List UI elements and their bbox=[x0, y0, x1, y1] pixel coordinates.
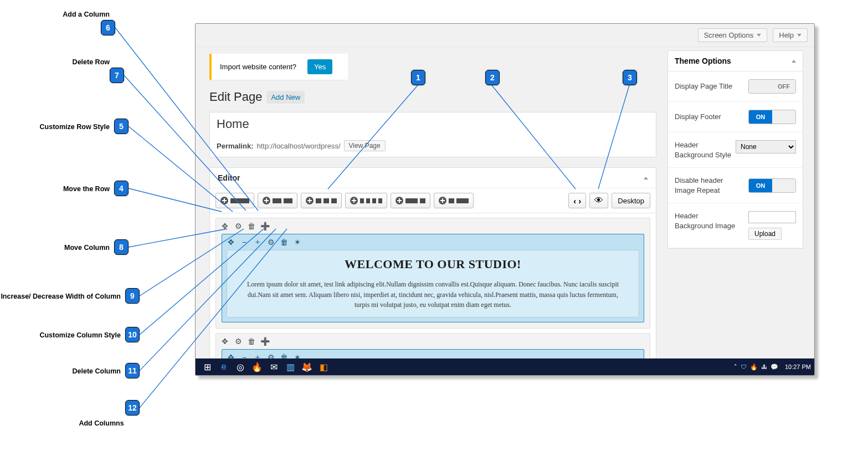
plus-circle-icon bbox=[350, 197, 358, 204]
tray-notifications-icon[interactable]: 💬 bbox=[771, 363, 778, 371]
column-content[interactable]: WELCOME TO OUR STUDIO! Lorem ipsum dolor… bbox=[227, 250, 639, 317]
add-row-1col-button[interactable] bbox=[215, 193, 254, 208]
edit-source-button[interactable]: ‹ › bbox=[568, 193, 586, 208]
callout-badge-8: 8 bbox=[114, 239, 129, 255]
callout-badge-6: 6 bbox=[101, 20, 115, 35]
callout-badge-12: 12 bbox=[125, 400, 140, 416]
row-settings-icon[interactable]: ⚙ bbox=[234, 337, 243, 346]
main-column: Import website content? Yes Edit Page Ad… bbox=[209, 47, 656, 375]
callout-label-11: Delete Column bbox=[27, 367, 121, 375]
xampp-icon[interactable]: ◧ bbox=[315, 358, 332, 375]
view-page-button[interactable]: View Page bbox=[344, 140, 386, 151]
plus-circle-icon bbox=[306, 197, 314, 204]
callout-label-12: Add Columns bbox=[65, 419, 137, 427]
move-row-icon[interactable]: ✥ bbox=[220, 337, 229, 346]
add-row-4col-button[interactable] bbox=[345, 193, 387, 208]
delete-row-icon[interactable]: 🗑 bbox=[247, 337, 256, 346]
page-title: Edit Page bbox=[209, 90, 262, 104]
editor-panel-title: Editor bbox=[218, 173, 240, 182]
column-controls: ✥ − ＋ ⚙ 🗑 ✶ bbox=[222, 234, 644, 250]
tray-network-icon[interactable]: 🖧 bbox=[761, 363, 767, 370]
import-yes-button[interactable]: Yes bbox=[307, 59, 332, 74]
windows-taskbar: ⊞ e ◎ 🔥 ✉ ▥ 🦊 ◧ ˄ 🛡 🔥 🖧 💬 10:27 PM bbox=[196, 358, 814, 375]
start-icon[interactable]: ⊞ bbox=[199, 358, 215, 375]
side-column: Theme Options Display Page Title OFF Dis… bbox=[667, 47, 803, 375]
chevron-down-icon bbox=[797, 34, 802, 37]
theme-options-title: Theme Options bbox=[675, 57, 731, 65]
move-row-icon[interactable]: ✥ bbox=[220, 222, 229, 230]
plus-circle-icon bbox=[396, 197, 403, 204]
row-controls: ✥ ⚙ 🗑 ➕ bbox=[216, 334, 650, 349]
chevron-up-icon[interactable] bbox=[792, 60, 796, 63]
code-icon: ‹ › bbox=[573, 196, 581, 206]
row-settings-icon[interactable]: ⚙ bbox=[234, 222, 243, 230]
toggle-display-page-title[interactable]: OFF bbox=[748, 79, 796, 94]
wp-admin-window: Screen Options Help Import website conte… bbox=[195, 23, 815, 376]
callout-badge-11: 11 bbox=[125, 363, 140, 378]
tray-security-icon[interactable]: 🛡 bbox=[741, 363, 747, 370]
add-column-icon[interactable]: ➕ bbox=[260, 337, 269, 346]
permalink-url: http://localhost/wordpress/ bbox=[256, 142, 340, 150]
callout-badge-7: 7 bbox=[110, 68, 124, 83]
permalink-label: Permalink: bbox=[217, 142, 253, 150]
move-column-icon[interactable]: ✥ bbox=[227, 238, 235, 247]
opt-header-bg-image: Header Background Image bbox=[675, 211, 736, 230]
callout-badge-5: 5 bbox=[114, 119, 129, 134]
chevron-up-icon[interactable] bbox=[644, 177, 648, 180]
firefox-icon[interactable]: 🦊 bbox=[299, 358, 315, 375]
delete-row-icon[interactable]: 🗑 bbox=[247, 222, 256, 230]
toggle-display-footer[interactable]: ON bbox=[748, 110, 796, 124]
add-new-button[interactable]: Add New bbox=[266, 91, 305, 104]
plus-circle-icon bbox=[439, 197, 446, 204]
screen-options-button[interactable]: Screen Options bbox=[698, 28, 768, 42]
builder-column: ✥ − ＋ ⚙ 🗑 ✶ WELCOME TO OUR STUDIO! Lorem… bbox=[222, 234, 644, 322]
decrease-column-icon[interactable]: − bbox=[240, 238, 249, 247]
editor-panel: Editor bbox=[209, 167, 656, 375]
opt-display-footer: Display Footer bbox=[675, 112, 721, 122]
preview-button[interactable]: 👁 bbox=[589, 193, 608, 208]
callout-badge-4: 4 bbox=[114, 181, 129, 196]
editor-toolbar: ‹ › 👁 Desktop bbox=[210, 188, 656, 213]
import-notice-text: Import website content? bbox=[220, 63, 296, 71]
add-row-left-wide-button[interactable] bbox=[391, 193, 430, 208]
row-controls: ✥ ⚙ 🗑 ➕ bbox=[216, 218, 650, 234]
plus-circle-icon bbox=[220, 197, 228, 204]
header-bg-image-field[interactable] bbox=[748, 211, 796, 223]
add-row-2col-button[interactable] bbox=[258, 193, 297, 208]
import-notice: Import website content? Yes bbox=[209, 54, 348, 80]
toggle-disable-header-img-repeat[interactable]: ON bbox=[748, 178, 796, 193]
upload-button[interactable]: Upload bbox=[748, 228, 782, 240]
block-heading: WELCOME TO OUR STUDIO! bbox=[239, 257, 626, 271]
callout-label-6: Add a Column bbox=[27, 11, 110, 18]
tray-clock[interactable]: 10:27 PM bbox=[785, 363, 811, 370]
select-header-bg-style[interactable]: None bbox=[736, 140, 796, 153]
callout-badge-10: 10 bbox=[125, 327, 140, 342]
callout-badge-9: 9 bbox=[125, 288, 140, 304]
mail-icon[interactable]: ✉ bbox=[265, 358, 282, 375]
help-label: Help bbox=[779, 31, 794, 39]
callout-badge-2: 2 bbox=[485, 70, 500, 85]
permalink-row: Permalink: http://localhost/wordpress/ V… bbox=[210, 136, 656, 157]
delete-column-icon[interactable]: 🗑 bbox=[280, 238, 289, 247]
callout-badge-1: 1 bbox=[411, 70, 425, 85]
help-button[interactable]: Help bbox=[773, 28, 808, 42]
add-columns-icon[interactable]: ✶ bbox=[293, 238, 302, 247]
add-column-icon[interactable]: ➕ bbox=[260, 222, 269, 230]
column-settings-icon[interactable]: ⚙ bbox=[266, 238, 275, 247]
add-row-right-wide-button[interactable] bbox=[434, 193, 474, 208]
meta-bar: Screen Options Help bbox=[196, 24, 814, 47]
increase-column-icon[interactable]: ＋ bbox=[253, 238, 262, 247]
post-title-input[interactable] bbox=[210, 112, 656, 136]
add-row-3col-button[interactable] bbox=[301, 193, 342, 208]
tray-flame-icon[interactable]: 🔥 bbox=[750, 363, 758, 371]
callout-label-5: Customize Row Style bbox=[27, 123, 110, 131]
flame-icon[interactable]: 🔥 bbox=[249, 358, 265, 375]
opt-display-page-title: Display Page Title bbox=[675, 81, 732, 91]
callout-label-10: Customize Column Style bbox=[27, 331, 121, 339]
callout-label-7: Delete Row bbox=[27, 58, 110, 66]
notepad-icon[interactable]: ▥ bbox=[282, 358, 299, 375]
edge-icon[interactable]: e bbox=[215, 358, 232, 375]
device-desktop-button[interactable]: Desktop bbox=[612, 193, 650, 208]
chrome-icon[interactable]: ◎ bbox=[232, 358, 249, 375]
tray-chevron-up-icon[interactable]: ˄ bbox=[734, 363, 737, 371]
